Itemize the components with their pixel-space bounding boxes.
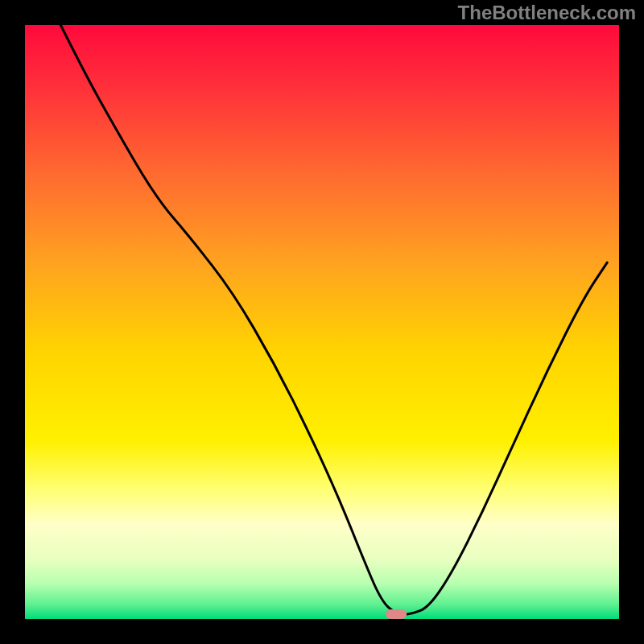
chart-container: TheBottleneck.com xyxy=(0,0,644,644)
optimal-marker xyxy=(386,609,407,619)
watermark-text: TheBottleneck.com xyxy=(458,2,636,24)
chart-svg xyxy=(0,0,644,644)
plot-area xyxy=(25,25,619,619)
